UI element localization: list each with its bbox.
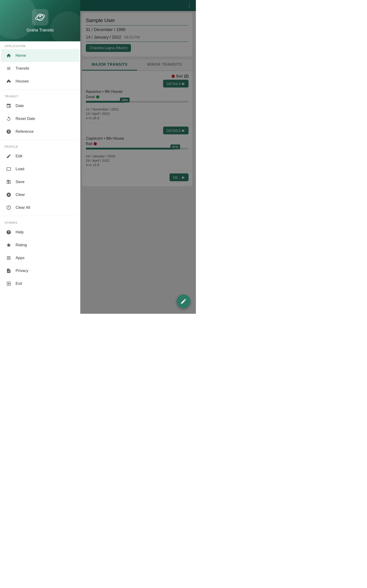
- sidebar-item-clear-all-label: Clear All: [16, 205, 30, 210]
- sidebar-item-save[interactable]: Save: [1, 175, 79, 188]
- planet-icon: [35, 12, 46, 23]
- sidebar-item-edit-label: Edit: [16, 154, 22, 158]
- divider-3: [0, 216, 80, 216]
- date-icon: [6, 103, 12, 109]
- sidebar-item-apps-label: Apps: [16, 256, 25, 260]
- drawer-header: Graha Transits: [0, 0, 80, 41]
- sidebar-item-load[interactable]: Load: [1, 163, 79, 175]
- sidebar-item-home[interactable]: Home: [1, 49, 79, 62]
- section-profile: PROFILE: [0, 142, 80, 150]
- apps-icon: [6, 255, 12, 261]
- fab-edit-button[interactable]: [177, 294, 190, 308]
- rating-icon: [6, 242, 12, 248]
- sidebar-item-exit-label: Exit: [16, 281, 22, 286]
- sidebar-item-houses-label: Houses: [16, 79, 29, 84]
- save-icon: [6, 179, 12, 185]
- privacy-icon: [6, 268, 12, 274]
- sidebar-item-reset-date-label: Reset Date: [16, 116, 35, 121]
- sidebar-item-edit[interactable]: Edit: [1, 150, 79, 163]
- svg-point-2: [39, 15, 41, 17]
- edit-icon: [180, 298, 187, 304]
- sidebar-item-reference-label: Reference: [16, 129, 33, 134]
- exit-icon: [6, 280, 12, 287]
- sidebar-item-clear-all[interactable]: Clear All: [1, 201, 79, 214]
- sidebar-item-transits-label: Transits: [16, 66, 29, 71]
- svg-point-4: [39, 15, 39, 15]
- edit-menu-icon: [6, 153, 12, 159]
- sidebar-item-load-label: Load: [16, 167, 24, 171]
- sidebar-item-apps[interactable]: Apps: [1, 251, 79, 264]
- transits-icon: [6, 65, 12, 72]
- sidebar-item-houses[interactable]: Houses: [1, 75, 79, 88]
- sidebar-item-help[interactable]: Help: [1, 226, 79, 239]
- houses-icon: [6, 78, 12, 85]
- load-icon: [6, 166, 12, 172]
- app-title: Graha Transits: [27, 28, 54, 33]
- sidebar-item-home-label: Home: [16, 53, 26, 58]
- svg-point-3: [42, 15, 42, 16]
- sidebar-item-save-label: Save: [16, 180, 25, 184]
- reference-icon: [6, 128, 12, 135]
- divider-2: [0, 140, 80, 140]
- sidebar-item-exit[interactable]: Exit: [1, 277, 79, 290]
- reset-date-icon: [6, 115, 12, 122]
- app-icon: [32, 9, 48, 26]
- sidebar-item-privacy-label: Privacy: [16, 268, 28, 273]
- sidebar-item-privacy[interactable]: Privacy: [1, 264, 79, 277]
- sidebar-item-transits[interactable]: Transits: [1, 62, 79, 75]
- clear-icon: [6, 191, 12, 198]
- sidebar-item-clear-label: Clear: [16, 192, 25, 197]
- section-others: OTHERS: [0, 218, 80, 226]
- sidebar-item-date[interactable]: Date: [1, 99, 79, 112]
- sidebar-item-help-label: Help: [16, 230, 24, 234]
- sidebar-item-reset-date[interactable]: Reset Date: [1, 112, 79, 125]
- sidebar-item-rating-label: Rating: [16, 243, 27, 247]
- sidebar-item-clear[interactable]: Clear: [1, 188, 79, 201]
- section-application: APPLICATION: [0, 41, 80, 49]
- sidebar-item-reference[interactable]: Reference: [1, 125, 79, 138]
- home-icon: [6, 52, 12, 59]
- navigation-drawer: Graha Transits APPLICATION Home Transits…: [0, 0, 80, 314]
- sidebar-item-date-label: Date: [16, 104, 24, 108]
- sidebar-item-rating[interactable]: Rating: [1, 239, 79, 251]
- section-transit: TRANSIT: [0, 92, 80, 99]
- clear-all-icon: [6, 204, 12, 211]
- help-icon: [6, 229, 12, 235]
- divider-1: [0, 90, 80, 90]
